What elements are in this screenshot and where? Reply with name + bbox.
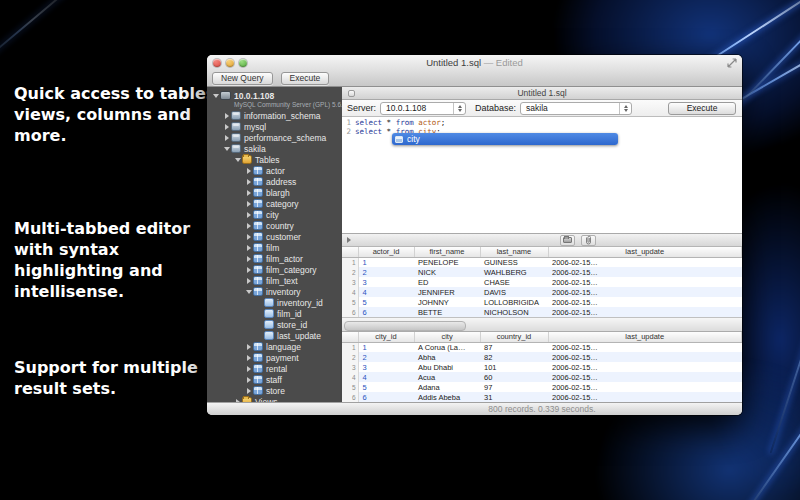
table-row[interactable]: 22NICKWAHLBERG2006-02-15… xyxy=(342,267,742,277)
tree-item-label: film_actor xyxy=(266,254,303,264)
tree-item-address[interactable]: address xyxy=(207,176,342,187)
disclosure-right-icon[interactable] xyxy=(244,375,253,384)
disclosure-right-icon[interactable] xyxy=(233,397,242,402)
column-header-first_name[interactable]: first_name xyxy=(414,247,480,257)
autocomplete-popup[interactable]: city xyxy=(392,133,618,145)
disclosure-right-icon[interactable] xyxy=(244,199,253,208)
tree-item-film_id[interactable]: film_id xyxy=(207,308,342,319)
horizontal-scrollbar[interactable] xyxy=(342,317,742,332)
disclosure-down-icon[interactable] xyxy=(244,287,253,296)
disclosure-right-icon[interactable] xyxy=(222,133,231,142)
tree-item-staff[interactable]: staff xyxy=(207,374,342,385)
database-select[interactable]: sakila xyxy=(520,102,632,115)
disclosure-right-icon[interactable] xyxy=(244,166,253,175)
tree-item-label: information_schema xyxy=(244,111,321,121)
window-titlebar[interactable]: Untitled 1.sql — Edited xyxy=(207,55,742,70)
tree-item-payment[interactable]: payment xyxy=(207,352,342,363)
new-query-button[interactable]: New Query xyxy=(212,72,273,85)
tree-item-rental[interactable]: rental xyxy=(207,363,342,374)
disclosure-right-icon[interactable] xyxy=(244,353,253,362)
disclosure-down-icon[interactable] xyxy=(222,144,231,153)
folder-icon xyxy=(242,397,252,402)
database-icon xyxy=(231,133,241,142)
table-row[interactable]: 11A Corua (La…872006-02-15… xyxy=(342,342,742,352)
table-row[interactable]: 33Abu Dhabi1012006-02-15… xyxy=(342,362,742,372)
server-select[interactable]: 10.0.1.108 xyxy=(380,102,466,115)
disclosure-down-icon[interactable] xyxy=(211,91,220,100)
tree-item-mysql[interactable]: mysql xyxy=(207,121,342,132)
tree-item-category[interactable]: category xyxy=(207,198,342,209)
tree-item-film_text[interactable]: film_text xyxy=(207,275,342,286)
table-row[interactable]: 33EDCHASE2006-02-15… xyxy=(342,277,742,287)
execute-toolbar-button[interactable]: Execute xyxy=(281,72,330,85)
stepper-arrows-icon xyxy=(453,103,465,114)
table-row[interactable]: 66BETTENICHOLSON2006-02-15… xyxy=(342,307,742,317)
tree-item-customer[interactable]: customer xyxy=(207,231,342,242)
tab-title[interactable]: Untitled 1.sql xyxy=(342,88,742,98)
table-row[interactable]: 55Adana972006-02-15… xyxy=(342,382,742,392)
table-row[interactable]: 44JENNIFERDAVIS2006-02-15… xyxy=(342,287,742,297)
table-icon xyxy=(253,342,263,351)
disclosure-right-icon[interactable] xyxy=(244,265,253,274)
tree-item-city[interactable]: city xyxy=(207,209,342,220)
disclosure-right-icon[interactable] xyxy=(244,243,253,252)
column-header-country_id[interactable]: country_id xyxy=(480,332,548,342)
disclosure-right-icon[interactable] xyxy=(244,276,253,285)
database-icon xyxy=(231,144,241,153)
table-row[interactable]: 22Abha822006-02-15… xyxy=(342,352,742,362)
tree-item-performance_schema[interactable]: performance_schema xyxy=(207,132,342,143)
tree-item-blargh[interactable]: blargh xyxy=(207,187,342,198)
disclosure-right-icon[interactable] xyxy=(244,364,253,373)
results-toolbar xyxy=(342,233,742,247)
disclosure-right-icon[interactable] xyxy=(244,232,253,241)
tree-item-10.0.1.108[interactable]: 10.0.1.108MySQL Community Server (GPL) 5… xyxy=(207,90,342,110)
tree-item-film_actor[interactable]: film_actor xyxy=(207,253,342,264)
column-header-actor_id[interactable]: actor_id xyxy=(358,247,414,257)
disclosure-down-icon[interactable] xyxy=(233,155,242,164)
table-row[interactable]: 66Addis Abeba312006-02-15… xyxy=(342,392,742,402)
tree-item-actor[interactable]: actor xyxy=(207,165,342,176)
tree-item-last_update[interactable]: last_update xyxy=(207,330,342,341)
fullscreen-icon[interactable] xyxy=(727,58,737,68)
tree-item-inventory[interactable]: inventory xyxy=(207,286,342,297)
sql-editor[interactable]: 1select * from actor;2select * from city… xyxy=(342,117,742,233)
attach-button[interactable] xyxy=(581,235,596,246)
line-number: 2 xyxy=(342,128,351,137)
disclosure-right-icon[interactable] xyxy=(244,386,253,395)
tree-item-sakila[interactable]: sakila xyxy=(207,143,342,154)
tree-item-Tables[interactable]: Tables xyxy=(207,154,342,165)
disclosure-right-icon[interactable] xyxy=(244,210,253,219)
disclosure-right-icon[interactable] xyxy=(222,111,231,120)
table-row[interactable]: 44Acua602006-02-15… xyxy=(342,372,742,382)
tree-item-film_category[interactable]: film_category xyxy=(207,264,342,275)
column-header-last_update[interactable]: last_update xyxy=(548,247,742,257)
server-icon xyxy=(220,91,231,100)
disclosure-right-icon[interactable] xyxy=(244,254,253,263)
column-header-last_name[interactable]: last_name xyxy=(480,247,548,257)
tree-item-inventory_id[interactable]: inventory_id xyxy=(207,297,342,308)
execute-query-button[interactable]: Execute xyxy=(668,102,736,115)
tree-item-store[interactable]: store xyxy=(207,385,342,396)
disclosure-right-icon[interactable] xyxy=(244,177,253,186)
table-icon xyxy=(253,364,263,373)
export-result-button[interactable] xyxy=(560,235,575,246)
disclosure-right-icon[interactable] xyxy=(244,221,253,230)
cell: 2006-02-15… xyxy=(548,287,742,297)
tree-item-store_id[interactable]: store_id xyxy=(207,319,342,330)
table-icon xyxy=(253,177,263,186)
disclosure-right-icon[interactable] xyxy=(347,237,351,243)
column-header-city_id[interactable]: city_id xyxy=(358,332,414,342)
table-row[interactable]: 11PENELOPEGUINESS2006-02-15… xyxy=(342,257,742,267)
disclosure-right-icon[interactable] xyxy=(244,342,253,351)
table-row[interactable]: 55JOHNNYLOLLOBRIGIDA2006-02-15… xyxy=(342,297,742,307)
disclosure-right-icon[interactable] xyxy=(222,122,231,131)
column-header-city[interactable]: city xyxy=(414,332,480,342)
column-header-last_update[interactable]: last_update xyxy=(548,332,742,342)
tree-item-label: film_text xyxy=(266,276,298,286)
tree-item-label: film_category xyxy=(266,265,317,275)
disclosure-right-icon[interactable] xyxy=(244,188,253,197)
tree-item-film[interactable]: film xyxy=(207,242,342,253)
tree-item-language[interactable]: language xyxy=(207,341,342,352)
tree-item-information_schema[interactable]: information_schema xyxy=(207,110,342,121)
tree-item-country[interactable]: country xyxy=(207,220,342,231)
